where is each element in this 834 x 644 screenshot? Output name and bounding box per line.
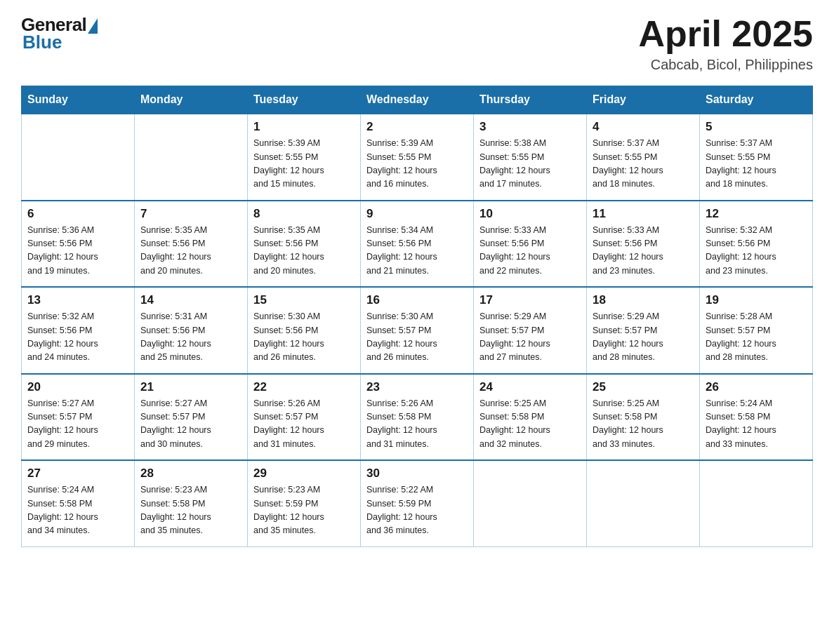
calendar-cell: 24Sunrise: 5:25 AMSunset: 5:58 PMDayligh…	[474, 374, 587, 461]
calendar-cell: 4Sunrise: 5:37 AMSunset: 5:55 PMDaylight…	[587, 114, 700, 201]
calendar-cell: 13Sunrise: 5:32 AMSunset: 5:56 PMDayligh…	[22, 287, 135, 374]
day-number: 27	[27, 467, 128, 481]
calendar-table: SundayMondayTuesdayWednesdayThursdayFrid…	[21, 86, 813, 547]
calendar-cell	[587, 460, 700, 546]
day-number: 18	[593, 293, 694, 307]
location-subtitle: Cabcab, Bicol, Philippines	[638, 57, 813, 73]
day-number: 11	[593, 207, 694, 221]
calendar-cell: 27Sunrise: 5:24 AMSunset: 5:58 PMDayligh…	[22, 460, 135, 546]
calendar-cell: 23Sunrise: 5:26 AMSunset: 5:58 PMDayligh…	[361, 374, 474, 461]
day-info: Sunrise: 5:26 AMSunset: 5:57 PMDaylight:…	[253, 397, 355, 452]
day-info: Sunrise: 5:26 AMSunset: 5:58 PMDaylight:…	[366, 397, 468, 452]
day-info: Sunrise: 5:37 AMSunset: 5:55 PMDaylight:…	[706, 137, 807, 192]
day-info: Sunrise: 5:25 AMSunset: 5:58 PMDaylight:…	[479, 397, 581, 452]
day-number: 13	[27, 293, 128, 307]
day-number: 29	[253, 467, 355, 481]
calendar-cell: 30Sunrise: 5:22 AMSunset: 5:59 PMDayligh…	[361, 460, 474, 546]
day-number: 10	[479, 207, 581, 221]
calendar-week-row: 6Sunrise: 5:36 AMSunset: 5:56 PMDaylight…	[22, 201, 813, 288]
day-info: Sunrise: 5:33 AMSunset: 5:56 PMDaylight:…	[479, 224, 581, 279]
calendar-cell: 17Sunrise: 5:29 AMSunset: 5:57 PMDayligh…	[474, 287, 587, 374]
calendar-cell: 15Sunrise: 5:30 AMSunset: 5:56 PMDayligh…	[248, 287, 361, 374]
calendar-cell: 16Sunrise: 5:30 AMSunset: 5:57 PMDayligh…	[361, 287, 474, 374]
calendar-cell: 29Sunrise: 5:23 AMSunset: 5:59 PMDayligh…	[248, 460, 361, 546]
calendar-cell	[700, 460, 813, 546]
day-number: 22	[253, 380, 355, 394]
calendar-cell: 5Sunrise: 5:37 AMSunset: 5:55 PMDaylight…	[700, 114, 813, 201]
day-info: Sunrise: 5:22 AMSunset: 5:59 PMDaylight:…	[366, 483, 468, 538]
day-info: Sunrise: 5:36 AMSunset: 5:56 PMDaylight:…	[27, 224, 128, 279]
calendar-day-header: Tuesday	[248, 86, 361, 114]
day-number: 19	[706, 293, 807, 307]
day-number: 9	[366, 207, 468, 221]
day-number: 7	[140, 207, 241, 221]
day-number: 25	[593, 380, 694, 394]
page-header: General Blue April 2025 Cabcab, Bicol, P…	[21, 14, 813, 73]
calendar-day-header: Saturday	[700, 86, 813, 114]
calendar-cell: 8Sunrise: 5:35 AMSunset: 5:56 PMDaylight…	[248, 201, 361, 288]
day-info: Sunrise: 5:24 AMSunset: 5:58 PMDaylight:…	[27, 483, 128, 538]
day-info: Sunrise: 5:38 AMSunset: 5:55 PMDaylight:…	[479, 137, 581, 192]
day-info: Sunrise: 5:30 AMSunset: 5:56 PMDaylight:…	[253, 310, 355, 365]
day-info: Sunrise: 5:23 AMSunset: 5:58 PMDaylight:…	[140, 483, 241, 538]
day-info: Sunrise: 5:27 AMSunset: 5:57 PMDaylight:…	[140, 397, 241, 452]
calendar-cell: 1Sunrise: 5:39 AMSunset: 5:55 PMDaylight…	[248, 114, 361, 201]
day-number: 23	[366, 380, 468, 394]
calendar-cell: 19Sunrise: 5:28 AMSunset: 5:57 PMDayligh…	[700, 287, 813, 374]
calendar-cell: 28Sunrise: 5:23 AMSunset: 5:58 PMDayligh…	[135, 460, 248, 546]
calendar-cell: 25Sunrise: 5:25 AMSunset: 5:58 PMDayligh…	[587, 374, 700, 461]
calendar-cell: 7Sunrise: 5:35 AMSunset: 5:56 PMDaylight…	[135, 201, 248, 288]
day-info: Sunrise: 5:30 AMSunset: 5:57 PMDaylight:…	[366, 310, 468, 365]
day-number: 14	[140, 293, 241, 307]
day-number: 17	[479, 293, 581, 307]
day-number: 20	[27, 380, 128, 394]
day-info: Sunrise: 5:25 AMSunset: 5:58 PMDaylight:…	[593, 397, 694, 452]
logo-blue-text: Blue	[22, 32, 62, 53]
day-info: Sunrise: 5:29 AMSunset: 5:57 PMDaylight:…	[593, 310, 694, 365]
calendar-day-header: Friday	[587, 86, 700, 114]
calendar-cell: 9Sunrise: 5:34 AMSunset: 5:56 PMDaylight…	[361, 201, 474, 288]
day-number: 1	[253, 120, 355, 134]
month-title: April 2025	[638, 14, 813, 54]
day-info: Sunrise: 5:32 AMSunset: 5:56 PMDaylight:…	[27, 310, 128, 365]
day-info: Sunrise: 5:33 AMSunset: 5:56 PMDaylight:…	[593, 224, 694, 279]
calendar-cell: 21Sunrise: 5:27 AMSunset: 5:57 PMDayligh…	[135, 374, 248, 461]
day-info: Sunrise: 5:32 AMSunset: 5:56 PMDaylight:…	[706, 224, 807, 279]
day-number: 2	[366, 120, 468, 134]
day-number: 28	[140, 467, 241, 481]
calendar-cell: 14Sunrise: 5:31 AMSunset: 5:56 PMDayligh…	[135, 287, 248, 374]
day-info: Sunrise: 5:23 AMSunset: 5:59 PMDaylight:…	[253, 483, 355, 538]
day-number: 30	[366, 467, 468, 481]
calendar-day-header: Wednesday	[361, 86, 474, 114]
calendar-cell: 26Sunrise: 5:24 AMSunset: 5:58 PMDayligh…	[700, 374, 813, 461]
calendar-week-row: 27Sunrise: 5:24 AMSunset: 5:58 PMDayligh…	[22, 460, 813, 546]
calendar-cell	[135, 114, 248, 201]
calendar-cell: 3Sunrise: 5:38 AMSunset: 5:55 PMDaylight…	[474, 114, 587, 201]
day-info: Sunrise: 5:24 AMSunset: 5:58 PMDaylight:…	[706, 397, 807, 452]
calendar-cell: 22Sunrise: 5:26 AMSunset: 5:57 PMDayligh…	[248, 374, 361, 461]
day-info: Sunrise: 5:35 AMSunset: 5:56 PMDaylight:…	[140, 224, 241, 279]
day-number: 12	[706, 207, 807, 221]
calendar-cell: 6Sunrise: 5:36 AMSunset: 5:56 PMDaylight…	[22, 201, 135, 288]
day-number: 4	[593, 120, 694, 134]
day-info: Sunrise: 5:37 AMSunset: 5:55 PMDaylight:…	[593, 137, 694, 192]
day-info: Sunrise: 5:39 AMSunset: 5:55 PMDaylight:…	[366, 137, 468, 192]
calendar-cell: 12Sunrise: 5:32 AMSunset: 5:56 PMDayligh…	[700, 201, 813, 288]
day-info: Sunrise: 5:27 AMSunset: 5:57 PMDaylight:…	[27, 397, 128, 452]
day-number: 6	[27, 207, 128, 221]
calendar-day-header: Monday	[135, 86, 248, 114]
day-info: Sunrise: 5:29 AMSunset: 5:57 PMDaylight:…	[479, 310, 581, 365]
day-number: 3	[479, 120, 581, 134]
day-number: 26	[706, 380, 807, 394]
calendar-day-header: Thursday	[474, 86, 587, 114]
calendar-day-header: Sunday	[22, 86, 135, 114]
day-number: 21	[140, 380, 241, 394]
title-block: April 2025 Cabcab, Bicol, Philippines	[638, 14, 813, 73]
day-number: 24	[479, 380, 581, 394]
calendar-header: SundayMondayTuesdayWednesdayThursdayFrid…	[22, 86, 813, 114]
day-info: Sunrise: 5:31 AMSunset: 5:56 PMDaylight:…	[140, 310, 241, 365]
calendar-cell: 10Sunrise: 5:33 AMSunset: 5:56 PMDayligh…	[474, 201, 587, 288]
day-info: Sunrise: 5:34 AMSunset: 5:56 PMDaylight:…	[366, 224, 468, 279]
calendar-cell: 2Sunrise: 5:39 AMSunset: 5:55 PMDaylight…	[361, 114, 474, 201]
logo-triangle-icon	[88, 18, 98, 34]
